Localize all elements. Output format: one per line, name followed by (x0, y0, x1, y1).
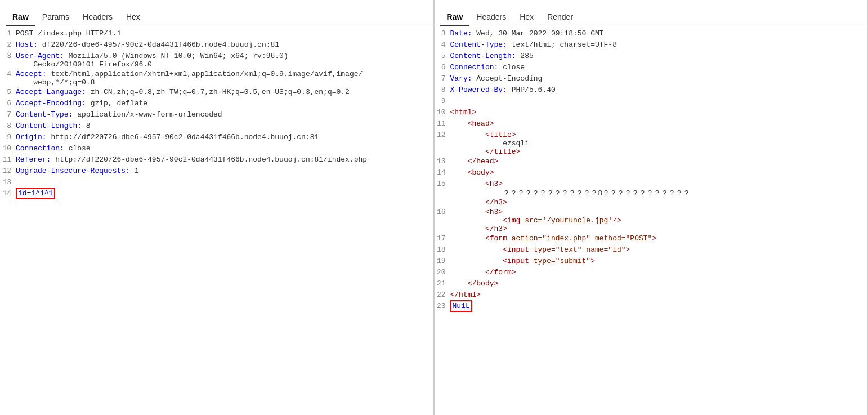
line-number: 7 (0, 110, 16, 119)
line-content: </head> (450, 157, 868, 166)
code-line: 12 <title> ezsqli </title> (435, 130, 868, 157)
tab-params-left[interactable]: Params (35, 9, 76, 26)
code-line: 11Referer: http://df220726-dbe6-4957-90c… (0, 155, 433, 166)
code-token: > (512, 131, 516, 139)
right-code-area[interactable]: 3Date: Wed, 30 Mar 2022 09:18:50 GMT4Con… (435, 26, 868, 415)
code-token: Vary: (450, 74, 477, 83)
tab-raw-left[interactable]: Raw (6, 9, 35, 26)
line-content: <html> (450, 108, 868, 117)
code-token: <html> (450, 108, 477, 117)
tab-raw-right[interactable]: Raw (440, 9, 470, 26)
line-number: 1 (0, 29, 16, 38)
code-token: </h3> (485, 225, 507, 233)
code-token: > (516, 148, 521, 156)
line-content: Content-Length: 285 (450, 52, 868, 60)
line-content: <h3> ？？？？？？？？？？？？？8？？？？？？？？？？？？ </h3> (450, 180, 868, 207)
line-content: </html> (450, 291, 868, 299)
code-line: 14id=1^1^1 (0, 189, 433, 200)
code-token: > (617, 216, 621, 225)
code-line: 15 <h3> ？？？？？？？？？？？？？8？？？？？？？？？？？？ </h3> (435, 179, 868, 207)
line-number: 3 (0, 52, 16, 60)
line-content: <h3> <img src='/youruncle.jpg'/> </h3> (450, 208, 868, 233)
tab-headers-left[interactable]: Headers (76, 9, 119, 26)
code-token: <img (503, 216, 520, 225)
code-token: Accept-Language: (16, 88, 91, 96)
line-number: 12 (0, 167, 16, 175)
line-number: 10 (435, 108, 450, 117)
code-token: Accept-Encoding (476, 74, 542, 83)
code-line: 4Content-Type: text/html; charset=UTF-8 (435, 40, 868, 51)
code-token: Referer: (16, 155, 55, 164)
code-line: 14 <body> (435, 168, 868, 179)
code-token: </title (485, 148, 516, 156)
line-content: Content-Type: application/x-www-form-url… (16, 110, 433, 119)
code-token: X-Powered-By: (450, 86, 512, 94)
code-token: Host: (16, 41, 42, 49)
line-number: 16 (435, 208, 450, 216)
code-line: 19 <input type="submit"> (435, 256, 868, 267)
line-content: Accept-Encoding: gzip, deflate (16, 99, 433, 108)
code-line: 5Accept-Language: zh-CN,zh;q=0.8,zh-TW;q… (0, 87, 433, 99)
left-panel: Raw Params Headers Hex 1POST /index.php … (0, 0, 434, 415)
tab-headers-right[interactable]: Headers (469, 9, 513, 26)
line-content: Vary: Accept-Encoding (450, 74, 868, 83)
code-token: POST /index.php HTTP/1.1 (16, 29, 121, 38)
code-line: 12Upgrade-Insecure-Requests: 1 (0, 166, 433, 177)
code-line: 9Origin: http://df220726-dbe6-4957-90c2-… (0, 132, 433, 144)
line-number: 20 (435, 268, 450, 276)
code-token: src='/youruncle.jpg'/ (520, 216, 617, 225)
tab-hex-right[interactable]: Hex (513, 9, 540, 26)
line-number: 14 (435, 168, 450, 177)
code-line: 20 </form> (435, 267, 868, 279)
code-token (450, 208, 485, 216)
code-line: 2Host: df220726-dbe6-4957-90c2-0da4431f4… (0, 40, 433, 51)
code-token: Content-Length: (16, 122, 86, 130)
code-token: type="submit" (534, 257, 590, 265)
code-token (450, 180, 485, 188)
code-token: </h3> (485, 198, 507, 207)
line-content: <input type="text" name="id"> (450, 246, 868, 254)
code-line: 21 </body> (435, 279, 868, 290)
code-token: Upgrade-Insecure-Requests: (16, 167, 135, 175)
code-token: df220726-dbe6-4957-90c2-0da4431f466b.nod… (42, 41, 279, 49)
line-number: 7 (435, 74, 450, 83)
line-number: 5 (0, 88, 16, 96)
line-content: <body> (450, 168, 868, 177)
left-panel-title (0, 0, 433, 9)
line-number: 10 (0, 144, 16, 153)
code-token: Wed, 30 Mar 2022 09:18:50 GMT (476, 29, 603, 38)
line-number: 21 (435, 279, 450, 288)
code-token: 285 (520, 52, 533, 60)
code-line: 7Content-Type: application/x-www-form-ur… (0, 110, 433, 121)
code-token: Connection: (450, 63, 503, 72)
line-content: <form action="index.php" method="POST"> (450, 234, 868, 243)
line-number: 11 (435, 119, 450, 128)
line-number: 4 (0, 70, 16, 78)
code-line: 10Connection: close (0, 144, 433, 155)
line-content: Referer: http://df220726-dbe6-4957-90c2-… (16, 155, 433, 164)
code-token (450, 216, 503, 225)
code-line: 13 (0, 177, 433, 189)
code-line: 9 (435, 96, 868, 108)
code-line: 22</html> (435, 290, 868, 301)
tab-render-right[interactable]: Render (540, 9, 580, 26)
code-token: Accept-Encoding: (16, 99, 91, 108)
code-token: http://df220726-dbe6-4957-90c2-0da4431f4… (55, 155, 367, 164)
code-token: Date: (450, 29, 477, 38)
code-token: </form> (450, 268, 516, 276)
line-number: 15 (435, 180, 450, 188)
line-content: Date: Wed, 30 Mar 2022 09:18:50 GMT (450, 29, 868, 38)
left-code-area[interactable]: 1POST /index.php HTTP/1.12Host: df220726… (0, 26, 433, 415)
highlighted-value: Nu1L (450, 300, 472, 312)
line-content: Nu1L (450, 302, 868, 310)
tab-hex-left[interactable]: Hex (119, 9, 147, 26)
line-content: Accept-Language: zh-CN,zh;q=0.8,zh-TW;q=… (16, 88, 433, 96)
code-line: 8Content-Length: 8 (0, 121, 433, 132)
code-token: text/html; charset=UTF-8 (512, 41, 617, 49)
line-number: 9 (435, 97, 450, 105)
code-token: Accept: (16, 70, 51, 78)
code-token: </head> (450, 157, 499, 166)
line-content: User-Agent: Mozilla/5.0 (Windows NT 10.0… (16, 52, 433, 69)
line-content: <title> ezsqli </title> (450, 131, 868, 156)
line-number: 14 (0, 189, 16, 198)
